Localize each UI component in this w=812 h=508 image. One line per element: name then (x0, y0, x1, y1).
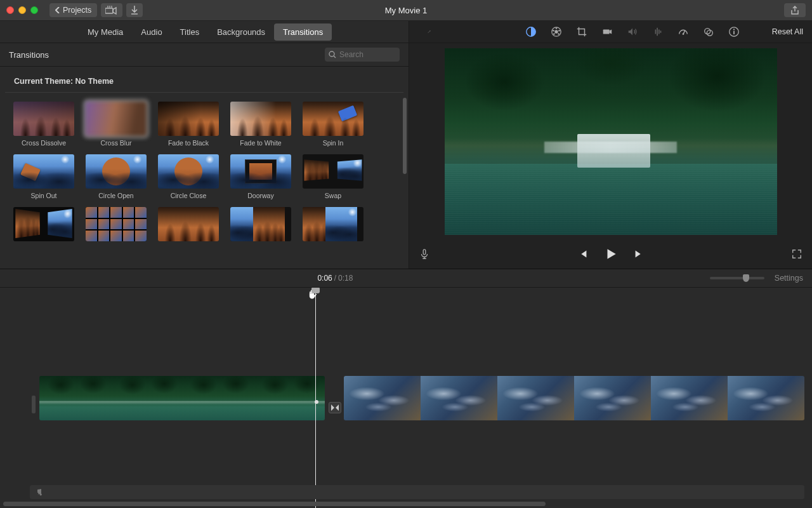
window-titlebar: Projects My Movie 1 (0, 0, 812, 21)
transition-thumb (230, 154, 291, 189)
timeline-settings-button[interactable]: Settings (775, 274, 803, 283)
search-input[interactable] (339, 50, 389, 59)
transition-doorway[interactable]: Doorway (226, 154, 296, 199)
transition-label: Spin In (323, 139, 344, 147)
transition-spin[interactable] (154, 207, 223, 241)
video-track (39, 376, 325, 436)
close-window-button[interactable] (6, 6, 14, 14)
timeline-clip-2[interactable] (344, 376, 804, 420)
transition-slide-right[interactable] (226, 207, 296, 241)
transition-label: Cross Blur (100, 139, 131, 147)
panel-title: Transitions (9, 50, 49, 60)
browser-scrollbar[interactable] (403, 98, 407, 174)
transition-label: Cross Dissolve (22, 139, 66, 147)
transition-thumb (303, 154, 363, 189)
tab-transitions[interactable]: Transitions (274, 23, 332, 41)
transition-marker[interactable] (329, 402, 341, 413)
transition-spin-out[interactable]: Spin Out (9, 154, 79, 199)
transition-label: Spin Out (31, 192, 57, 199)
transition-thumb (158, 154, 219, 189)
svg-point-4 (554, 30, 558, 33)
search-field[interactable] (325, 48, 400, 62)
download-button[interactable] (126, 3, 143, 17)
projects-back-button[interactable]: Projects (49, 3, 97, 17)
transitions-grid: Cross Dissolve Cross Blur Fade to Black … (0, 93, 409, 241)
background-music-track[interactable] (30, 485, 804, 499)
enhance-wand-icon[interactable] (418, 25, 431, 38)
transition-swap[interactable]: Swap (298, 154, 368, 199)
tab-my-media[interactable]: My Media (79, 23, 132, 41)
clip-handle[interactable] (32, 396, 36, 413)
play-button[interactable] (604, 247, 618, 261)
voiceover-mic-icon[interactable] (418, 248, 431, 260)
share-button[interactable] (784, 3, 806, 17)
panel-header: Transitions (0, 43, 409, 67)
transition-spin-in[interactable]: Spin In (298, 102, 368, 147)
adjust-toolbar: Reset All (409, 21, 812, 43)
timeline-scrollbar[interactable] (3, 502, 546, 506)
transition-thumb (230, 102, 291, 136)
transition-circle-close[interactable]: Circle Close (154, 154, 223, 199)
total-duration: 0:18 (338, 274, 353, 283)
svg-rect-16 (733, 31, 735, 34)
clip-filter-icon[interactable] (702, 25, 715, 38)
fullscreen-icon[interactable] (790, 248, 803, 260)
transition-label: Fade to Black (168, 139, 209, 147)
transition-circle-open[interactable]: Circle Open (81, 154, 151, 199)
transition-slide-left[interactable] (298, 207, 368, 241)
browser-tabs: My Media Audio Titles Backgrounds Transi… (0, 21, 409, 43)
transition-cross-dissolve[interactable]: Cross Dissolve (9, 102, 79, 147)
transition-label: Doorway (247, 192, 273, 199)
crop-icon[interactable] (575, 25, 588, 38)
speed-icon[interactable] (677, 25, 690, 38)
timeline[interactable]: ✋ (0, 288, 812, 508)
preview-pane: Reset All (409, 21, 812, 269)
svg-point-8 (553, 33, 555, 35)
next-button[interactable] (633, 248, 645, 260)
transition-thumb (13, 154, 74, 189)
transition-thumb (13, 102, 74, 136)
minimize-window-button[interactable] (18, 6, 26, 14)
transition-cross-blur[interactable]: Cross Blur (81, 102, 151, 147)
transition-cube[interactable] (9, 207, 79, 241)
svg-point-5 (556, 27, 558, 29)
transition-mosaic[interactable] (81, 207, 151, 241)
import-media-button[interactable] (101, 3, 122, 17)
color-correction-icon[interactable] (550, 25, 563, 38)
stabilization-icon[interactable] (601, 25, 613, 38)
transition-thumb (303, 207, 363, 241)
transition-fade-to-black[interactable]: Fade to Black (154, 102, 223, 147)
maximize-window-button[interactable] (30, 6, 38, 14)
transition-label: Swap (325, 192, 341, 199)
prev-button[interactable] (577, 248, 589, 260)
tab-titles[interactable]: Titles (171, 23, 209, 41)
preview-viewer[interactable] (409, 43, 812, 239)
svg-point-9 (553, 30, 554, 32)
transport-controls (577, 247, 645, 261)
transition-label: Circle Open (98, 192, 133, 199)
preview-frame (445, 48, 777, 235)
tab-backgrounds[interactable]: Backgrounds (208, 23, 274, 41)
svg-rect-10 (603, 29, 610, 34)
volume-icon[interactable] (626, 25, 639, 38)
color-balance-icon[interactable] (525, 25, 537, 38)
music-note-icon (35, 488, 43, 496)
timeline-clip-1[interactable] (39, 376, 325, 420)
transition-thumb (86, 154, 147, 189)
info-icon[interactable] (728, 25, 740, 38)
zoom-slider[interactable] (710, 277, 764, 279)
upper-panes: My Media Audio Titles Backgrounds Transi… (0, 21, 812, 269)
transition-thumb (86, 102, 147, 136)
svg-rect-17 (423, 250, 426, 255)
media-browser: My Media Audio Titles Backgrounds Transi… (0, 21, 409, 269)
svg-point-6 (558, 30, 560, 32)
transition-thumb (86, 207, 147, 241)
reset-all-button[interactable]: Reset All (772, 27, 803, 36)
svg-rect-0 (105, 8, 113, 13)
noise-reduction-icon[interactable] (652, 25, 664, 38)
transition-thumb (158, 102, 219, 136)
tab-audio[interactable]: Audio (132, 23, 171, 41)
playhead[interactable] (315, 288, 316, 508)
transition-fade-to-white[interactable]: Fade to White (226, 102, 296, 147)
transition-thumb (13, 207, 74, 241)
